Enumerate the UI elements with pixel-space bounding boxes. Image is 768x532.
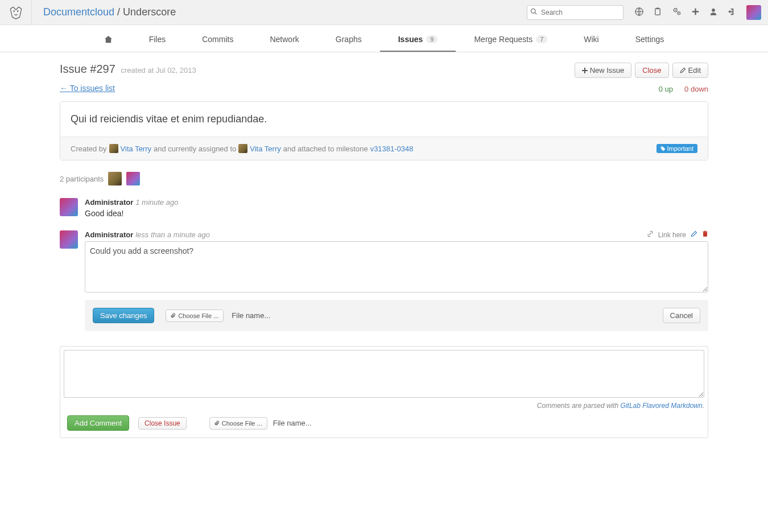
globe-icon[interactable]: [635, 7, 643, 18]
issue-title: Qui id reiciendis vitae et enim repudian…: [60, 102, 708, 137]
issue-box: Qui id reiciendis vitae et enim repudian…: [60, 101, 708, 160]
plus-icon[interactable]: [692, 7, 699, 17]
svg-point-2: [531, 9, 536, 13]
svg-point-10: [679, 13, 680, 14]
paperclip-icon: [214, 420, 220, 426]
tab-network[interactable]: Network: [251, 35, 317, 52]
svg-point-1: [17, 10, 18, 11]
svg-point-8: [675, 9, 676, 10]
issue-author[interactable]: Vita Terry: [121, 145, 151, 153]
note-author[interactable]: Administrator: [85, 198, 133, 207]
participants: 2 participants: [60, 172, 708, 185]
markdown-hint: Comments are parsed with GitLab Flavored…: [64, 402, 704, 410]
tab-issues-label: Issues: [398, 35, 423, 44]
edit-action-bar: Save changes Choose File ... File name..…: [85, 300, 708, 331]
issue-header: Issue #297 created at Jul 02, 2013 New I…: [60, 63, 708, 78]
issue-subheader: Created by Vita Terry and currently assi…: [60, 137, 708, 160]
pencil-icon: [680, 67, 686, 73]
save-changes-button[interactable]: Save changes: [93, 308, 154, 323]
search-box: [527, 5, 624, 20]
svg-rect-18: [703, 232, 707, 232]
cancel-button[interactable]: Cancel: [663, 308, 700, 323]
note-editing: Administrator less than a minute ago Lin…: [60, 230, 708, 331]
choose-file-button[interactable]: Choose File ...: [209, 417, 267, 430]
search-input[interactable]: [527, 5, 624, 20]
svg-rect-6: [656, 7, 659, 9]
paperclip-icon: [171, 313, 176, 319]
issue-created-at: created at Jul 02, 2013: [121, 66, 196, 75]
svg-rect-15: [582, 70, 588, 71]
user-icon[interactable]: [709, 7, 717, 18]
tag-icon: [660, 146, 666, 151]
issue-milestone[interactable]: v31381-0348: [370, 145, 414, 153]
markdown-link[interactable]: GitLab Flavored Markdown: [621, 402, 703, 410]
home-icon: [104, 35, 113, 44]
tab-merge-requests[interactable]: Merge Requests 7: [456, 35, 565, 52]
tab-settings[interactable]: Settings: [617, 35, 683, 52]
tab-issues[interactable]: Issues 9: [380, 35, 456, 52]
link-here[interactable]: Link here: [658, 231, 686, 239]
issue-number: Issue #297: [60, 63, 115, 75]
svg-line-3: [535, 13, 536, 14]
trash-icon[interactable]: [702, 230, 708, 239]
comment-block: Comments are parsed with GitLab Flavored…: [60, 346, 708, 438]
signout-icon[interactable]: [728, 7, 736, 18]
merge-count-badge: 7: [536, 35, 547, 43]
choose-file-button[interactable]: Choose File ...: [166, 310, 224, 322]
top-icons: [635, 5, 761, 20]
navbar: Files Commits Network Graphs Issues 9 Me…: [0, 25, 768, 52]
back-to-issues-link[interactable]: ← To issues list: [60, 84, 115, 93]
note-avatar: [60, 230, 78, 249]
tab-commits[interactable]: Commits: [184, 35, 251, 52]
votes-down: 0 down: [684, 85, 708, 93]
breadcrumb: Documentcloud / Underscore: [43, 6, 176, 18]
participants-label: 2 participants: [60, 175, 104, 183]
issue-assignee[interactable]: Vita Terry: [250, 145, 280, 153]
issues-count-badge: 9: [426, 35, 437, 43]
tanuki-icon: [9, 5, 23, 20]
note-time: 1 minute ago: [135, 198, 178, 207]
comment-textarea[interactable]: [64, 350, 704, 398]
plus-icon: [582, 68, 588, 73]
svg-rect-5: [655, 8, 660, 14]
link-icon[interactable]: [647, 230, 654, 239]
tab-home[interactable]: [86, 35, 131, 52]
tab-graphs[interactable]: Graphs: [317, 35, 380, 52]
breadcrumb-project[interactable]: Underscore: [123, 6, 176, 18]
note-actions: Link here: [647, 230, 708, 239]
tab-wiki[interactable]: Wiki: [565, 35, 617, 52]
topbar: Documentcloud / Underscore: [0, 0, 768, 25]
pencil-icon[interactable]: [691, 230, 697, 239]
note-author[interactable]: Administrator: [85, 230, 133, 239]
new-issue-button[interactable]: New Issue: [575, 63, 632, 78]
tab-merge-label: Merge Requests: [474, 35, 532, 44]
participant-avatar[interactable]: [126, 172, 140, 185]
svg-rect-19: [704, 231, 706, 232]
edit-button[interactable]: Edit: [672, 63, 708, 78]
participant-avatar[interactable]: [108, 172, 122, 185]
votes-up: 0 up: [659, 85, 673, 93]
tab-files[interactable]: Files: [131, 35, 184, 52]
assignee-avatar: [238, 144, 247, 153]
avatar[interactable]: [746, 5, 761, 20]
svg-point-16: [661, 147, 662, 147]
breadcrumb-group[interactable]: Documentcloud: [43, 6, 114, 18]
logo[interactable]: [0, 0, 32, 25]
clipboard-icon[interactable]: [654, 7, 662, 18]
svg-rect-17: [703, 232, 707, 237]
page: Issue #297 created at Jul 02, 2013 New I…: [60, 52, 708, 461]
issue-tag: Important: [656, 144, 697, 153]
svg-rect-12: [692, 11, 699, 12]
svg-point-0: [13, 10, 14, 11]
add-comment-button[interactable]: Add Comment: [67, 415, 129, 431]
note-time: less than a minute ago: [135, 230, 210, 239]
author-avatar: [109, 144, 118, 153]
note-text: Good idea!: [85, 209, 708, 218]
close-button[interactable]: Close: [635, 63, 668, 78]
note-edit-textarea[interactable]: [85, 241, 708, 292]
svg-point-13: [712, 9, 715, 12]
cogs-icon[interactable]: [672, 7, 682, 18]
file-name-label: File name...: [273, 419, 312, 427]
close-issue-button[interactable]: Close Issue: [138, 417, 187, 430]
note-avatar: [60, 198, 78, 216]
